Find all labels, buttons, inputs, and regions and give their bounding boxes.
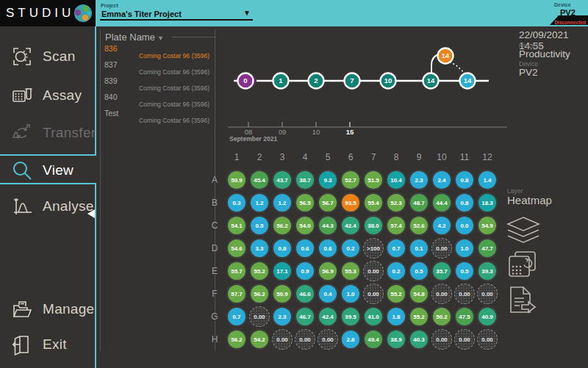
- well-D4[interactable]: 0.6: [295, 238, 315, 259]
- well-A11[interactable]: 0.8: [454, 170, 475, 190]
- well-H12[interactable]: 0.00: [477, 329, 498, 350]
- well-B1[interactable]: 0.3: [226, 192, 247, 213]
- well-B2[interactable]: 1.2: [249, 192, 270, 213]
- well-H9[interactable]: 40.3: [409, 329, 429, 350]
- well-C4[interactable]: 54.0: [295, 215, 315, 236]
- well-C7[interactable]: 38.0: [363, 215, 384, 236]
- well-B11[interactable]: 0.8: [454, 192, 475, 213]
- well-E10[interactable]: 35.7: [431, 261, 452, 281]
- well-D7[interactable]: >100: [363, 238, 384, 259]
- well-B4[interactable]: 56.5: [295, 192, 315, 213]
- project-dropdown[interactable]: Emma's Titer Project: [101, 10, 182, 18]
- plate-list-item[interactable]: 840Corning Costar 96 (3596): [101, 93, 215, 109]
- well-E4[interactable]: 0.9: [295, 261, 315, 281]
- plate-list-item[interactable]: 836Corning Costar 96 (3596): [101, 44, 215, 60]
- well-A4[interactable]: 38.7: [295, 170, 315, 190]
- well-H6[interactable]: 2.8: [340, 329, 361, 350]
- well-E1[interactable]: 55.7: [226, 261, 247, 281]
- well-C10[interactable]: 4.2: [431, 215, 452, 236]
- timeline-node-green[interactable]: 14: [423, 73, 439, 89]
- well-H4[interactable]: 0.00: [295, 329, 315, 350]
- well-D3[interactable]: 0.8: [272, 238, 293, 259]
- plate-list-item[interactable]: 839Corning Costar 96 (3596): [101, 76, 215, 93]
- well-F7[interactable]: 0.00: [363, 284, 384, 304]
- well-E11[interactable]: 0.5: [454, 261, 475, 281]
- well-A2[interactable]: 45.4: [249, 170, 270, 190]
- well-E6[interactable]: 55.3: [340, 261, 361, 281]
- well-F3[interactable]: 50.9: [272, 284, 293, 304]
- plate-refresh-button[interactable]: [509, 251, 537, 278]
- well-A3[interactable]: 43.7: [272, 170, 293, 190]
- well-D2[interactable]: 3.3: [249, 238, 270, 259]
- well-B12[interactable]: 18.3: [477, 192, 498, 213]
- well-C8[interactable]: 57.4: [386, 215, 406, 236]
- well-H1[interactable]: 56.2: [226, 329, 247, 350]
- well-E5[interactable]: 56.9: [318, 261, 338, 281]
- well-D8[interactable]: 0.7: [386, 238, 406, 259]
- well-F6[interactable]: 1.0: [340, 284, 361, 304]
- sidebar-item-exit[interactable]: Exit: [11, 332, 67, 357]
- well-H2[interactable]: 54.2: [249, 329, 270, 350]
- sidebar-item-manage[interactable]: Manage: [11, 297, 94, 322]
- timeline-node-blue[interactable]: 14: [460, 73, 476, 89]
- well-B8[interactable]: 52.3: [386, 192, 406, 213]
- well-C5[interactable]: 44.3: [318, 215, 338, 236]
- sort-caret-icon[interactable]: ▼: [157, 35, 164, 42]
- timeline-node-purple[interactable]: 0: [238, 73, 254, 89]
- well-C2[interactable]: 0.5: [249, 215, 270, 236]
- well-H10[interactable]: 0.00: [431, 329, 452, 350]
- well-C11[interactable]: 0.0: [454, 215, 475, 236]
- well-G1[interactable]: 0.7: [226, 306, 247, 327]
- plate-list-item[interactable]: 837Corning Costar 96 (3596): [101, 60, 215, 76]
- well-E2[interactable]: 55.2: [249, 261, 270, 281]
- well-F12[interactable]: 0.00: [477, 284, 498, 304]
- well-G9[interactable]: 55.2: [409, 306, 429, 327]
- well-E12[interactable]: 39.3: [477, 261, 498, 281]
- well-B5[interactable]: 56.7: [318, 192, 338, 213]
- well-G12[interactable]: 40.9: [477, 306, 498, 327]
- well-E7[interactable]: 0.00: [363, 261, 384, 281]
- well-A9[interactable]: 2.3: [409, 170, 429, 190]
- well-D6[interactable]: 0.2: [340, 238, 361, 259]
- well-F11[interactable]: 0.00: [454, 284, 475, 304]
- well-G2[interactable]: 0.00: [249, 306, 270, 327]
- plate-list-item[interactable]: TestCorning Costar 96 (3596): [101, 109, 215, 125]
- well-A12[interactable]: 1.4: [477, 170, 498, 190]
- well-D5[interactable]: 0.6: [318, 238, 338, 259]
- well-H3[interactable]: 0.00: [272, 329, 293, 350]
- sidebar-item-assay[interactable]: Assay: [11, 83, 82, 108]
- well-H8[interactable]: 38.9: [386, 329, 406, 350]
- well-H5[interactable]: 0.00: [318, 329, 338, 350]
- well-D9[interactable]: 0.1: [409, 238, 429, 259]
- well-G10[interactable]: 50.2: [431, 306, 452, 327]
- export-report-button[interactable]: [509, 286, 537, 314]
- layers-button[interactable]: [506, 216, 541, 245]
- well-G3[interactable]: 2.3: [272, 306, 293, 327]
- well-A6[interactable]: 52.7: [340, 170, 361, 190]
- well-C3[interactable]: 56.2: [272, 215, 293, 236]
- timeline-node-green[interactable]: 2: [309, 73, 324, 89]
- well-C9[interactable]: 52.6: [409, 215, 429, 236]
- well-A5[interactable]: 9.3: [318, 170, 338, 190]
- well-F2[interactable]: 56.2: [249, 284, 270, 304]
- sidebar-item-view[interactable]: View: [11, 158, 74, 183]
- chevron-down-icon[interactable]: ▼: [243, 9, 251, 17]
- plate-list-header[interactable]: Plate Name▼: [105, 32, 164, 43]
- well-G7[interactable]: 41.0: [363, 306, 384, 327]
- well-F10[interactable]: 0.00: [431, 284, 452, 304]
- well-B9[interactable]: 48.7: [409, 192, 429, 213]
- well-A1[interactable]: 50.9: [226, 170, 247, 190]
- well-G5[interactable]: 42.4: [318, 306, 338, 327]
- well-D11[interactable]: 1.0: [454, 238, 475, 259]
- well-F9[interactable]: 54.8: [409, 284, 429, 304]
- well-D1[interactable]: 54.6: [226, 238, 247, 259]
- well-B7[interactable]: 55.4: [363, 192, 384, 213]
- well-G11[interactable]: 47.5: [454, 306, 475, 327]
- well-E3[interactable]: 17.1: [272, 261, 293, 281]
- well-D12[interactable]: 47.7: [477, 238, 498, 259]
- well-A10[interactable]: 2.4: [431, 170, 452, 190]
- well-F8[interactable]: 55.2: [386, 284, 406, 304]
- timeline-node-green[interactable]: 10: [381, 73, 396, 89]
- well-F5[interactable]: 0.4: [318, 284, 338, 304]
- well-F1[interactable]: 57.7: [226, 284, 247, 304]
